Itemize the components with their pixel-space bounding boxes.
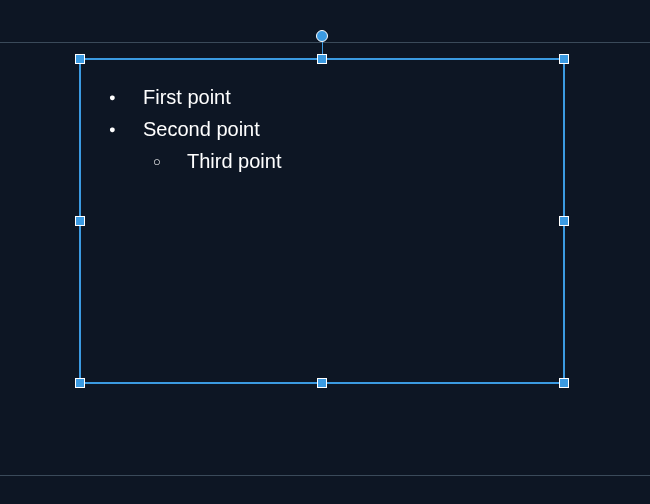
resize-handle-bottom-middle[interactable] [317,378,327,388]
bullet-item-indented[interactable]: Third point [153,146,543,176]
resize-handle-middle-right[interactable] [559,216,569,226]
resize-handle-top-left[interactable] [75,54,85,64]
bullet-item[interactable]: First point [109,82,543,112]
resize-handle-bottom-right[interactable] [559,378,569,388]
resize-handle-top-right[interactable] [559,54,569,64]
resize-handle-bottom-left[interactable] [75,378,85,388]
selected-textbox[interactable]: First point Second point Third point [79,58,565,384]
resize-handle-middle-left[interactable] [75,216,85,226]
bullet-text[interactable]: First point [143,82,543,112]
slide-boundary-bottom [0,475,650,476]
bullet-text[interactable]: Third point [187,146,543,176]
rotation-handle[interactable] [316,30,328,42]
bullet-marker-open-icon [153,146,187,176]
bullet-marker-solid-icon [109,82,143,112]
textbox-content[interactable]: First point Second point Third point [109,82,543,178]
resize-handle-top-middle[interactable] [317,54,327,64]
slide-boundary-top [0,42,650,43]
bullet-item[interactable]: Second point [109,114,543,144]
bullet-marker-solid-icon [109,114,143,144]
bullet-text[interactable]: Second point [143,114,543,144]
